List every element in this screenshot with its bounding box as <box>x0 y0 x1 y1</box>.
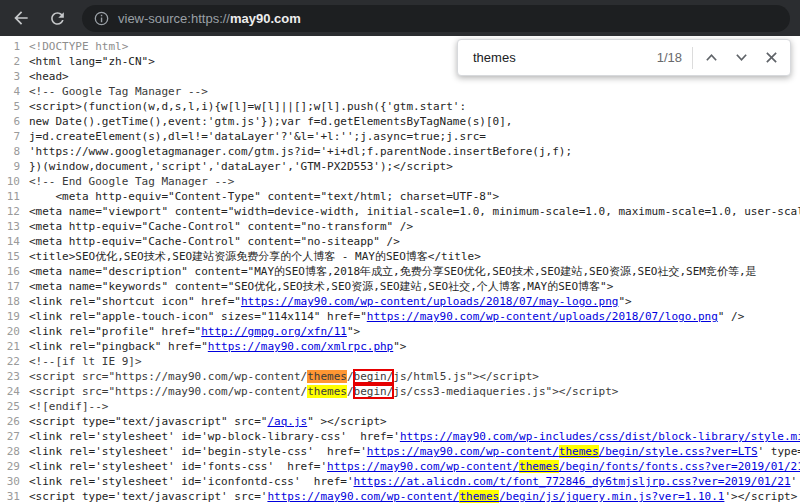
code-text: })(window,document,'script','dataLayer',… <box>29 159 800 174</box>
source-line: 24<script src="https://may90.com/wp-cont… <box>0 384 800 399</box>
code-text: <!-- Google Tag Manager --> <box>29 84 800 99</box>
code-segment: <title>SEO优化,SEO技术,SEO建站资源免费分享的个人博客 - MA… <box>29 250 481 263</box>
page-info-icon[interactable] <box>94 11 109 26</box>
line-number: 29 <box>0 459 20 474</box>
back-button[interactable] <box>10 7 32 29</box>
code-text: <script type='text/javascript' src='http… <box>29 489 800 503</box>
source-link[interactable]: https://may90.com/wp-includes/css/dist/b… <box>400 430 800 443</box>
source-line: 20<link rel="profile" href="http://gmpg.… <box>0 324 800 339</box>
code-segment: <!--[if lt IE 9]> <box>29 355 142 368</box>
code-segment: <meta name="keywords" content="SEO优化,SEO… <box>29 280 613 293</box>
code-segment: <link rel='stylesheet' id='begin-style-c… <box>29 445 367 458</box>
code-text: <link rel="pingback" href="https://may90… <box>29 339 800 354</box>
code-text: <script type="text/javascript" src="/aq.… <box>29 414 800 429</box>
find-bar: themes 1/18 <box>457 39 791 76</box>
line-number: 23 <box>0 369 20 384</box>
code-text: <meta name="description" content="MAY的SE… <box>29 264 800 279</box>
code-segment: <meta http-equiv="Content-Type" content=… <box>29 190 499 203</box>
code-text: <link rel="profile" href="http://gmpg.or… <box>29 324 800 339</box>
code-text: <script src="https://may90.com/wp-conten… <box>29 384 800 399</box>
source-line: 21<link rel="pingback" href="https://may… <box>0 339 800 354</box>
code-text: <link rel='stylesheet' id='fonts-css' hr… <box>29 459 800 474</box>
line-number: 6 <box>0 114 20 129</box>
code-segment: <link rel="shortcut icon" href=" <box>29 295 241 308</box>
code-segment: <meta name="viewport" content="width=dev… <box>29 205 800 218</box>
code-text: <meta http-equiv="Cache-Control" content… <box>29 219 800 234</box>
find-input[interactable]: themes <box>473 50 657 65</box>
source-link[interactable]: https://may90.com/wp-content/uploads/201… <box>367 310 718 323</box>
source-line: 22<!--[if lt IE 9]> <box>0 354 800 369</box>
code-text: <link rel="apple-touch-icon" sizes="114x… <box>29 309 800 324</box>
find-previous-button[interactable] <box>696 43 726 73</box>
code-segment: <link rel='stylesheet' id='iconfontd-css… <box>29 475 354 488</box>
source-line: 6new Date().getTime(),event:'gtm.js'});v… <box>0 114 800 129</box>
code-segment: <meta http-equiv="Cache-Control" content… <box>29 235 400 248</box>
source-link[interactable]: /begin/js/jquery.min.js?ver=1.10.1 <box>499 490 724 503</box>
source-link[interactable]: https://may90.com/wp-content/ <box>327 460 519 473</box>
browser-toolbar: view-source:https://may90.com <box>0 0 800 36</box>
find-close-button[interactable] <box>756 43 786 73</box>
code-segment: <script>(function(w,d,s,l,i){w[l]=w[l]||… <box>29 100 466 113</box>
source-line: 5<script>(function(w,d,s,l,i){w[l]=w[l]|… <box>0 99 800 114</box>
source-link[interactable]: /begin/fonts/fonts.css?ver=2019/01/21 <box>559 460 800 473</box>
refresh-button[interactable] <box>46 7 68 29</box>
code-text: new Date().getTime(),event:'gtm.js'});va… <box>29 114 800 129</box>
source-link[interactable]: https://at.alicdn.com/t/font_772846_dy6t… <box>354 475 791 488</box>
code-segment: <html lang="zh-CN"> <box>29 55 155 68</box>
source-link[interactable]: https://may90.com/wp-content/uploads/201… <box>241 295 619 308</box>
code-segment: <link rel='stylesheet' id='fonts-css' hr… <box>29 460 327 473</box>
close-icon <box>765 51 778 64</box>
code-segment: <head> <box>29 70 69 83</box>
source-link[interactable]: http://gmpg.org/xfn/11 <box>201 325 347 338</box>
line-number: 1 <box>0 39 20 54</box>
code-text: j=d.createElement(s),dl=l!='dataLayer'?'… <box>29 129 800 144</box>
source-link[interactable]: themes <box>459 490 499 503</box>
search-match-highlight: themes <box>307 385 347 398</box>
line-number: 19 <box>0 309 20 324</box>
line-number: 14 <box>0 234 20 249</box>
code-text: <meta http-equiv="Cache-Control" content… <box>29 234 800 249</box>
line-number: 17 <box>0 279 20 294</box>
code-text: <title>SEO优化,SEO技术,SEO建站资源免费分享的个人博客 - MA… <box>29 249 800 264</box>
source-line: 9})(window,document,'script','dataLayer'… <box>0 159 800 174</box>
source-line: 7j=d.createElement(s),dl=l!='dataLayer'?… <box>0 129 800 144</box>
address-bar[interactable]: view-source:https://may90.com <box>82 5 790 32</box>
source-link[interactable]: /aq.js <box>267 415 307 428</box>
code-text: <script>(function(w,d,s,l,i){w[l]=w[l]||… <box>29 99 800 114</box>
code-segment: <meta name="description" content="MAY的SE… <box>29 265 757 278</box>
refresh-icon <box>48 9 67 28</box>
url-scheme: view-source:https:// <box>118 11 230 26</box>
find-next-button[interactable] <box>726 43 756 73</box>
url-text: view-source:https://may90.com <box>118 11 301 26</box>
code-segment: <link rel="profile" href=" <box>29 325 201 338</box>
code-segment: <script type="text/javascript" src=" <box>29 415 267 428</box>
code-segment: "> <box>347 325 360 338</box>
line-number: 11 <box>0 189 20 204</box>
code-text: <!-- End Google Tag Manager --> <box>29 174 800 189</box>
line-number: 28 <box>0 444 20 459</box>
source-line: 29<link rel='stylesheet' id='fonts-css' … <box>0 459 800 474</box>
source-link[interactable]: https://may90.com/wp-content/ <box>367 445 559 458</box>
chevron-up-icon <box>705 53 718 62</box>
source-link[interactable]: https://may90.com/xmlrpc.php <box>208 340 393 353</box>
source-line: 23<script src="https://may90.com/wp-cont… <box>0 369 800 384</box>
source-link[interactable]: /begin/style.css?ver=LTS <box>599 445 758 458</box>
source-code: 1<!DOCTYPE html>2<html lang="zh-CN">3<he… <box>0 36 800 503</box>
line-number: 13 <box>0 219 20 234</box>
code-segment: })(window,document,'script','dataLayer',… <box>29 160 453 173</box>
code-segment: ' type='text/css' media='all' /> <box>758 445 800 458</box>
code-segment: new Date().getTime(),event:'gtm.js'});va… <box>29 115 512 128</box>
url-host: may90.com <box>230 11 301 26</box>
code-text: <link rel='stylesheet' id='begin-style-c… <box>29 444 800 459</box>
code-segment: <!DOCTYPE html> <box>29 40 128 53</box>
source-link[interactable]: https://may90.com/wp-content/ <box>267 490 459 503</box>
source-link[interactable]: themes <box>519 460 559 473</box>
red-annotation-box: begin/ <box>354 370 394 383</box>
source-line: 25<![endif]--> <box>0 399 800 414</box>
code-text: 'https://www.googletagmanager.com/gtm.js… <box>29 144 800 159</box>
source-link[interactable]: themes <box>559 445 599 458</box>
code-segment: " /> <box>718 310 745 323</box>
code-segment: '></script> <box>724 490 797 503</box>
source-line: 16<meta name="description" content="MAY的… <box>0 264 800 279</box>
source-line: 15<title>SEO优化,SEO技术,SEO建站资源免费分享的个人博客 - … <box>0 249 800 264</box>
